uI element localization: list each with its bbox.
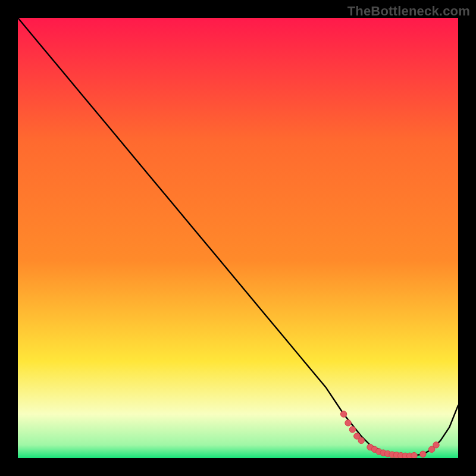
gradient-bg bbox=[18, 18, 458, 458]
chart-frame: TheBottleneck.com bbox=[0, 0, 476, 476]
marker-point bbox=[345, 420, 351, 426]
marker-point bbox=[420, 451, 426, 457]
marker-point bbox=[358, 437, 364, 443]
bottleneck-chart bbox=[18, 18, 458, 458]
marker-point bbox=[349, 427, 355, 433]
marker-point bbox=[340, 411, 346, 417]
marker-point bbox=[411, 452, 417, 458]
watermark-text: TheBottleneck.com bbox=[347, 4, 470, 19]
marker-point bbox=[433, 442, 439, 448]
plot-area bbox=[18, 18, 458, 458]
